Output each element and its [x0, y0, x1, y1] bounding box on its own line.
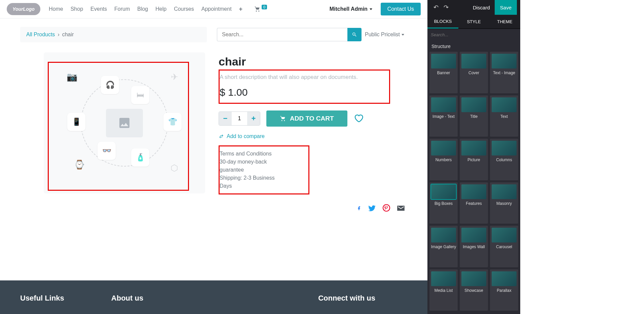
block-columns[interactable]: Columns [490, 139, 518, 180]
block-preview-icon [431, 228, 456, 242]
pricelist-label: Public Pricelist [365, 32, 400, 38]
footer-connect[interactable]: Connect with us [318, 294, 375, 301]
block-label: Image Gallery [431, 244, 456, 249]
block-numbers[interactable]: Numbers [429, 139, 458, 180]
breadcrumb: All Products › chair [20, 27, 207, 42]
share-email-button[interactable] [396, 204, 405, 215]
footer-useful-links[interactable]: Useful Links [20, 294, 64, 301]
pinterest-icon [382, 204, 390, 212]
block-masonry[interactable]: Masonry [490, 182, 518, 224]
qty-increase-button[interactable]: + [247, 112, 260, 125]
block-label: Parallax [497, 288, 511, 293]
block-preview-icon [492, 97, 517, 112]
block-preview-icon [461, 228, 486, 242]
editor-search-input[interactable] [431, 32, 517, 37]
block-image-gallery[interactable]: Image Gallery [429, 226, 458, 267]
search-input[interactable] [217, 28, 347, 41]
block-preview-icon [461, 54, 486, 69]
block-preview-icon [431, 141, 456, 155]
block-preview-icon [431, 271, 456, 286]
share-pinterest-button[interactable] [382, 204, 390, 215]
block-preview-icon [431, 97, 456, 112]
contact-us-button[interactable]: Contact Us [381, 3, 421, 15]
terms-heading[interactable]: Terms and Conditions [220, 150, 288, 158]
facebook-icon [357, 204, 362, 213]
block-preview-icon [431, 184, 456, 199]
nav-forum[interactable]: Forum [114, 6, 130, 12]
nav-shop[interactable]: Shop [71, 6, 83, 12]
nav-appointment[interactable]: Appointment [201, 6, 232, 12]
nav-add-icon[interactable]: + [239, 6, 243, 13]
block-label: Title [470, 114, 478, 119]
block-title[interactable]: Title [460, 95, 488, 137]
block-cover[interactable]: Cover [460, 52, 488, 93]
search-button[interactable] [347, 28, 362, 41]
block-label: Cover [468, 71, 479, 75]
svg-point-0 [383, 205, 390, 211]
cart-count-badge: 0 [262, 5, 267, 9]
block-banner[interactable]: Banner [429, 52, 458, 93]
cart-icon [280, 116, 287, 122]
share-twitter-button[interactable] [368, 204, 376, 215]
block-big-boxes[interactable]: Big Boxes [429, 182, 458, 224]
block-image-text[interactable]: Image - Text [429, 95, 458, 137]
qty-decrease-button[interactable]: − [219, 112, 232, 125]
block-images-wall[interactable]: Images Wall [460, 226, 488, 267]
block-picture[interactable]: Picture [460, 139, 488, 180]
product-title[interactable]: chair [219, 55, 407, 68]
discard-button[interactable]: Discard [468, 0, 495, 15]
user-menu[interactable]: Mitchell Admin [330, 6, 372, 12]
block-parallax[interactable]: Parallax [490, 269, 518, 311]
share-facebook-button[interactable] [357, 204, 362, 215]
cart-button[interactable]: 0 [254, 6, 267, 12]
tab-style[interactable]: STYLE [458, 15, 489, 29]
block-preview-icon [461, 141, 486, 155]
footer-about-us[interactable]: About us [111, 294, 143, 301]
nav-events[interactable]: Events [90, 6, 107, 12]
breadcrumb-root[interactable]: All Products [26, 32, 55, 38]
product-image[interactable]: 📷 ✈ 🎧 🛏 📱 👕 👓 🧴 ⌚ ⬡ [44, 52, 205, 193]
nav-home[interactable]: Home [49, 6, 63, 12]
product-price: $ 1.00 [220, 87, 386, 98]
block-media-list[interactable]: Media List [429, 269, 458, 311]
terms-line[interactable]: 30-day money-back guarantee [220, 158, 288, 174]
block-carousel[interactable]: Carousel [490, 226, 518, 267]
block-text-image[interactable]: Text - Image [490, 52, 518, 93]
compare-label: Add to compare [227, 133, 265, 139]
block-preview-icon [461, 271, 486, 286]
compare-icon [219, 134, 224, 139]
highlight-box [48, 62, 189, 191]
save-button[interactable]: Save [495, 0, 517, 15]
wishlist-button[interactable] [353, 113, 364, 124]
block-label: Images Wall [463, 244, 485, 249]
block-features[interactable]: Features [460, 182, 488, 224]
nav-courses[interactable]: Courses [174, 6, 194, 12]
add-to-compare-link[interactable]: Add to compare [219, 133, 407, 139]
block-showcase[interactable]: Showcase [460, 269, 488, 311]
block-label: Carousel [496, 244, 512, 249]
heart-icon [353, 113, 364, 123]
block-label: Image - Text [432, 114, 455, 119]
block-text[interactable]: Text [490, 95, 518, 137]
add-to-cart-button[interactable]: ADD TO CART [266, 110, 347, 127]
tab-blocks[interactable]: BLOCKS [427, 15, 458, 29]
nav-help[interactable]: Help [155, 6, 166, 12]
product-description[interactable]: A short description that will also appea… [220, 74, 386, 81]
block-label: Text [500, 114, 508, 119]
nav-blog[interactable]: Blog [137, 6, 148, 12]
block-label: Numbers [435, 158, 452, 162]
undo-button[interactable]: ↶ [431, 2, 441, 12]
block-label: Banner [437, 71, 450, 75]
qty-input[interactable] [232, 112, 247, 125]
logo-text: YourLogo [12, 6, 35, 12]
chevron-down-icon [402, 34, 404, 36]
pricelist-dropdown[interactable]: Public Pricelist [365, 32, 404, 38]
block-preview-icon [492, 228, 517, 242]
highlight-box: A short description that will also appea… [219, 70, 390, 104]
site-logo[interactable]: YourLogo [7, 3, 40, 15]
user-name: Mitchell Admin [330, 6, 368, 12]
redo-button[interactable]: ↷ [441, 2, 451, 12]
terms-line[interactable]: Shipping: 2-3 Business Days [220, 174, 288, 190]
email-icon [396, 204, 405, 213]
tab-theme[interactable]: THEME [489, 15, 520, 29]
